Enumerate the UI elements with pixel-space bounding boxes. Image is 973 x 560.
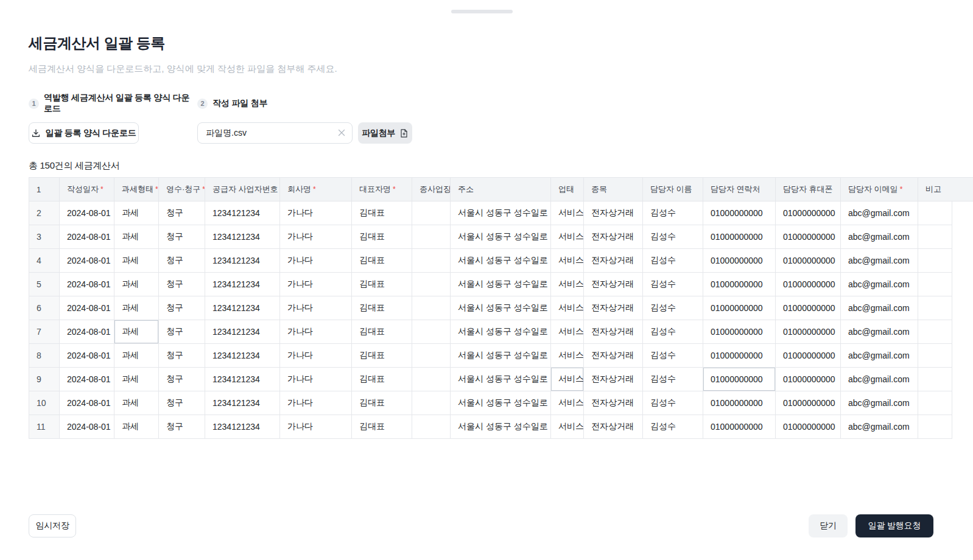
table-cell[interactable]: 01000000000 xyxy=(703,296,776,320)
table-cell[interactable]: 김성수 xyxy=(643,320,703,344)
table-cell[interactable]: 서비스 xyxy=(551,368,584,391)
table-cell[interactable]: 김대표 xyxy=(352,273,412,296)
table-cell[interactable]: abc@gmail.com xyxy=(841,201,918,225)
table-cell[interactable]: 김성수 xyxy=(643,249,703,273)
table-cell[interactable]: 2024-08-01 xyxy=(60,320,114,344)
table-cell[interactable]: 김대표 xyxy=(352,249,412,273)
table-cell[interactable]: 청구 xyxy=(159,296,205,320)
table-cell[interactable]: 과세 xyxy=(114,201,159,225)
table-cell[interactable]: 2024-08-01 xyxy=(60,391,114,415)
table-cell[interactable]: 청구 xyxy=(159,201,205,225)
table-cell[interactable]: 김성수 xyxy=(643,225,703,249)
table-cell[interactable]: 01000000000 xyxy=(703,225,776,249)
table-cell[interactable]: 김성수 xyxy=(643,344,703,368)
table-cell[interactable]: 1234121234 xyxy=(205,368,280,391)
table-cell[interactable] xyxy=(412,225,451,249)
close-button[interactable]: 닫기 xyxy=(809,514,848,537)
table-cell[interactable]: 김대표 xyxy=(352,225,412,249)
table-cell[interactable]: 가나다 xyxy=(280,344,352,368)
download-template-button[interactable]: 일괄 등록 양식 다운로드 xyxy=(29,122,139,144)
table-cell[interactable]: 가나다 xyxy=(280,415,352,439)
table-cell[interactable]: 01000000000 xyxy=(703,415,776,439)
table-cell[interactable]: 서울시 성동구 성수일로 1212 xyxy=(451,249,551,273)
table-cell[interactable]: 과세 xyxy=(114,391,159,415)
table-cell[interactable]: 2024-08-01 xyxy=(60,296,114,320)
table-cell[interactable]: 청구 xyxy=(159,344,205,368)
table-cell[interactable] xyxy=(918,391,952,415)
table-cell[interactable] xyxy=(918,296,952,320)
table-cell[interactable]: 청구 xyxy=(159,225,205,249)
table-cell[interactable]: 김대표 xyxy=(352,344,412,368)
table-cell[interactable]: abc@gmail.com xyxy=(841,344,918,368)
table-cell[interactable]: 1234121234 xyxy=(205,201,280,225)
table-cell[interactable]: 01000000000 xyxy=(776,344,841,368)
table-cell[interactable]: 서울시 성동구 성수일로 1212 xyxy=(451,225,551,249)
table-cell[interactable]: 청구 xyxy=(159,320,205,344)
table-cell[interactable]: 2024-08-01 xyxy=(60,344,114,368)
table-cell[interactable]: 서울시 성동구 성수일로 1212 xyxy=(451,296,551,320)
table-cell[interactable]: 2024-08-01 xyxy=(60,415,114,439)
table-cell[interactable]: 과세 xyxy=(114,320,159,344)
table-cell[interactable]: 청구 xyxy=(159,368,205,391)
table-cell[interactable]: 1234121234 xyxy=(205,225,280,249)
table-cell[interactable]: 1234121234 xyxy=(205,391,280,415)
table-cell[interactable]: 01000000000 xyxy=(703,391,776,415)
table-cell[interactable]: 1234121234 xyxy=(205,249,280,273)
table-cell[interactable]: 김성수 xyxy=(643,415,703,439)
table-cell[interactable]: 서비스 xyxy=(551,273,584,296)
table-cell[interactable]: 과세 xyxy=(114,296,159,320)
table-cell[interactable]: 서울시 성동구 성수일로 1212 xyxy=(451,415,551,439)
table-cell[interactable]: 01000000000 xyxy=(776,296,841,320)
table-cell[interactable] xyxy=(412,201,451,225)
table-cell[interactable]: 가나다 xyxy=(280,296,352,320)
table-cell[interactable]: 전자상거래 xyxy=(584,391,643,415)
table-cell[interactable]: 01000000000 xyxy=(703,344,776,368)
table-cell[interactable]: 2024-08-01 xyxy=(60,225,114,249)
table-cell[interactable]: 01000000000 xyxy=(703,273,776,296)
table-cell[interactable]: 가나다 xyxy=(280,273,352,296)
table-cell[interactable]: abc@gmail.com xyxy=(841,391,918,415)
table-cell[interactable]: 김성수 xyxy=(643,296,703,320)
table-cell[interactable]: 전자상거래 xyxy=(584,296,643,320)
table-cell[interactable]: 전자상거래 xyxy=(584,225,643,249)
table-cell[interactable] xyxy=(918,225,952,249)
table-cell[interactable]: 과세 xyxy=(114,344,159,368)
table-cell[interactable]: 김성수 xyxy=(643,201,703,225)
table-cell[interactable]: 가나다 xyxy=(280,225,352,249)
table-cell[interactable]: 김성수 xyxy=(643,391,703,415)
table-cell[interactable]: 전자상거래 xyxy=(584,368,643,391)
file-name-input[interactable] xyxy=(197,122,353,144)
table-cell[interactable]: 김성수 xyxy=(643,273,703,296)
table-cell[interactable]: abc@gmail.com xyxy=(841,415,918,439)
table-cell[interactable] xyxy=(918,201,952,225)
table-cell[interactable]: 서비스 xyxy=(551,201,584,225)
table-cell[interactable]: 서비스 xyxy=(551,225,584,249)
table-cell[interactable]: 전자상거래 xyxy=(584,415,643,439)
table-cell[interactable]: 2024-08-01 xyxy=(60,201,114,225)
table-cell[interactable]: 01000000000 xyxy=(776,391,841,415)
table-cell[interactable]: 서울시 성동구 성수일로 1212 xyxy=(451,368,551,391)
table-cell[interactable]: 청구 xyxy=(159,391,205,415)
table-cell[interactable]: 2024-08-01 xyxy=(60,368,114,391)
table-cell[interactable]: 청구 xyxy=(159,415,205,439)
table-cell[interactable]: 과세 xyxy=(114,249,159,273)
table-cell[interactable]: 01000000000 xyxy=(703,320,776,344)
table-cell[interactable]: 서비스 xyxy=(551,391,584,415)
table-cell[interactable]: 김대표 xyxy=(352,320,412,344)
table-cell[interactable]: 01000000000 xyxy=(703,201,776,225)
table-cell[interactable]: 서울시 성동구 성수일로 1212 xyxy=(451,201,551,225)
table-cell[interactable] xyxy=(412,273,451,296)
table-cell[interactable]: 서울시 성동구 성수일로 1212 xyxy=(451,273,551,296)
table-cell[interactable]: 과세 xyxy=(114,225,159,249)
table-cell[interactable]: 01000000000 xyxy=(703,249,776,273)
table-cell[interactable] xyxy=(918,320,952,344)
table-cell[interactable]: 가나다 xyxy=(280,391,352,415)
table-cell[interactable]: abc@gmail.com xyxy=(841,225,918,249)
bulk-issue-request-button[interactable]: 일괄 발행요청 xyxy=(855,514,934,537)
table-cell[interactable]: 전자상거래 xyxy=(584,201,643,225)
table-cell[interactable]: 1234121234 xyxy=(205,320,280,344)
table-cell[interactable]: 01000000000 xyxy=(776,415,841,439)
table-cell[interactable]: 과세 xyxy=(114,368,159,391)
table-cell[interactable]: 가나다 xyxy=(280,368,352,391)
table-cell[interactable]: 2024-08-01 xyxy=(60,273,114,296)
